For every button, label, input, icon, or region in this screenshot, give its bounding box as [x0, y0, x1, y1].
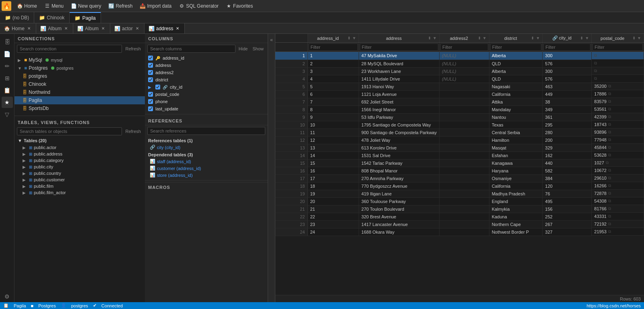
copy-icon[interactable]: ⧉	[594, 61, 597, 66]
tables-search-input[interactable]	[17, 127, 122, 135]
import-data-button[interactable]: 📥 Import data	[136, 2, 175, 10]
new-query-button[interactable]: 📄 New query	[68, 2, 104, 10]
table-row[interactable]: 19 19 419 Iligan Lane Madhya Pradesh 76 …	[275, 190, 644, 197]
sql-generator-button[interactable]: ⚙ SQL Generator	[175, 2, 222, 10]
table-row-city[interactable]: ▶ ⊞ public.city	[14, 164, 145, 170]
dep-store[interactable]: 📊 store (address_id)	[145, 172, 268, 178]
col-checkbox-address[interactable]	[148, 63, 153, 68]
dep-staff[interactable]: 📊 staff (address_id)	[145, 158, 268, 165]
table-row[interactable]: 16 16 808 Bhopal Manor Haryana 582 10672…	[275, 167, 644, 174]
table-row-actor[interactable]: ▶ ⊞ public.actor	[14, 144, 145, 151]
table-row[interactable]: 8 8 1566 Inegl Manor Mandalay 349 53561⧉	[275, 106, 644, 113]
table-row-film-actor[interactable]: ▶ ⊞ public.film_actor	[14, 189, 145, 196]
table-row[interactable]: 15 15 1542 Tarlac Parkway Kanagawa 440 1…	[275, 159, 644, 167]
col-checkbox-address2[interactable]	[148, 70, 153, 75]
table-row[interactable]: 4 4 1411 Lillydale Drive (NULL) QLD 576 …	[275, 75, 644, 83]
copy-icon[interactable]: ⧉	[608, 168, 611, 173]
table-row-category[interactable]: ▶ ⊞ public.category	[14, 157, 145, 164]
filter-address2-icon[interactable]: ▼	[483, 36, 487, 40]
home-button[interactable]: 🏠 Home	[14, 2, 40, 10]
col-checkbox-city-id[interactable]	[155, 85, 160, 89]
close-album2-tab[interactable]: ✕	[100, 26, 106, 31]
table-row[interactable]: 13 13 613 Korolev Drive Masqat 329 45844…	[275, 144, 644, 151]
tree-item-mysql[interactable]: ▶ ■ MySql mysql	[14, 56, 145, 64]
show-columns-button[interactable]: Show	[251, 46, 265, 52]
copy-icon[interactable]: ⧉	[608, 199, 611, 203]
col-checkbox-postal-code[interactable]	[148, 92, 153, 97]
menu-button[interactable]: ☰ Menu	[41, 2, 67, 10]
table-row[interactable]: 14 14 1531 Sal Drive Esfahan 162 53628⧉	[275, 151, 644, 159]
content-tab-actor[interactable]: 📊 actor ✕	[110, 23, 144, 33]
sidebar-doc-icon[interactable]: 📄	[2, 48, 13, 60]
copy-icon[interactable]: ⧉	[608, 145, 611, 150]
copy-icon[interactable]: ⧉	[594, 68, 597, 73]
table-row-address[interactable]: ▶ ⊞ public.address	[14, 151, 145, 157]
table-row-customer[interactable]: ▶ ⊞ public.customer	[14, 176, 145, 183]
references-search-input[interactable]	[147, 127, 265, 135]
close-address-tab[interactable]: ✕	[175, 26, 180, 31]
copy-icon[interactable]: ⧉	[608, 229, 611, 234]
table-row[interactable]: 22 22 320 Brest Avenue Kaduna 252 43331⧉	[275, 213, 644, 220]
close-album1-tab[interactable]: ✕	[63, 26, 69, 31]
filter-city-id-icon[interactable]: ▼	[585, 36, 589, 40]
tree-item-postgres[interactable]: ▼ ■ Postgres postgres	[14, 64, 145, 72]
col-header-city-id[interactable]: 🔗 city_id ⬍ ▼	[543, 34, 592, 43]
db-tab-chinook[interactable]: 📁 Chinook	[34, 12, 70, 23]
copy-icon[interactable]: ⧉	[608, 206, 611, 211]
copy-icon[interactable]: ⧉	[608, 122, 611, 127]
favorites-button[interactable]: ★ Favorites	[223, 2, 256, 10]
col-header-address2[interactable]: address2 ⬍ ▼	[439, 34, 489, 43]
collapse-panel-button[interactable]: «	[268, 34, 275, 302]
copy-icon[interactable]: ⧉	[594, 76, 597, 81]
col-checkbox-phone[interactable]	[148, 99, 153, 104]
table-row[interactable]: 20 20 360 Toulouse Parkway England 495 5…	[275, 197, 644, 205]
tree-item-chinook[interactable]: 🗄 Chinook	[14, 80, 145, 88]
table-row[interactable]: 23 23 1417 Lancaster Avenue Northern Cap…	[275, 220, 644, 228]
copy-icon[interactable]: ⧉	[608, 114, 611, 119]
close-actor-tab[interactable]: ✕	[134, 26, 140, 31]
copy-icon[interactable]: ⧉	[608, 191, 611, 196]
filter-address2-input[interactable]	[440, 44, 488, 51]
tree-item-postgres-db[interactable]: 🗄 postgres	[14, 72, 145, 80]
table-row[interactable]: 2 2 28 MySQL Boulevard (NULL) QLD 576 ⧉	[275, 60, 644, 67]
copy-icon[interactable]: ⧉	[608, 107, 611, 112]
sidebar-star-icon[interactable]: ★	[2, 97, 13, 108]
close-home-tab[interactable]: ✕	[26, 26, 32, 31]
sidebar-edit-icon[interactable]: ✏	[2, 60, 13, 72]
copy-icon[interactable]: ⧉	[608, 176, 611, 180]
col-checkbox-district[interactable]	[148, 77, 153, 82]
table-row[interactable]: 1 1 47 MySakila Drive (NULL) Alberta 300…	[275, 52, 644, 60]
sidebar-file-icon[interactable]: 📋	[2, 85, 13, 96]
hide-columns-button[interactable]: Hide	[237, 46, 250, 52]
tree-item-sportsdb[interactable]: 🗄 SportsDb	[14, 104, 145, 112]
copy-icon[interactable]: ⧉	[608, 222, 611, 226]
table-row[interactable]: 10 10 1795 Santiago de Compostela Way Te…	[275, 121, 644, 129]
copy-icon[interactable]: ⧉	[608, 99, 611, 104]
sidebar-settings-icon[interactable]: ⚙	[2, 291, 13, 302]
sort-address2-icon[interactable]: ⬍	[478, 36, 481, 40]
filter-address-input[interactable]	[360, 44, 438, 51]
sort-city-id-icon[interactable]: ⬍	[580, 36, 583, 40]
copy-icon[interactable]: ⧉	[608, 183, 611, 188]
col-header-postal-code[interactable]: postal_code ⬍ ▼	[592, 34, 644, 43]
col-checkbox-address-id[interactable]	[148, 56, 153, 60]
ref-city[interactable]: 🔗 city (city_id)	[145, 144, 268, 151]
tree-item-northwind[interactable]: 🗄 Northwind	[14, 88, 145, 96]
col-checkbox-last-update[interactable]	[148, 106, 153, 111]
db-tab-nodb[interactable]: 📁 (no DB)	[0, 12, 34, 23]
copy-icon[interactable]: ⧉	[608, 214, 611, 219]
content-tab-album1[interactable]: 📊 Album ✕	[36, 23, 73, 33]
columns-search-input[interactable]	[147, 45, 235, 53]
sidebar-download-icon[interactable]: ▽	[2, 109, 13, 120]
sort-postal-code-icon[interactable]: ⬍	[632, 36, 636, 40]
table-row-country[interactable]: ▶ ⊞ public.country	[14, 170, 145, 176]
copy-icon[interactable]: ⧉	[608, 130, 611, 135]
filter-address-icon[interactable]: ▼	[433, 36, 437, 40]
sort-address-id-icon[interactable]: ⬍	[347, 36, 351, 40]
filter-district-icon[interactable]: ▼	[536, 36, 540, 40]
tables-refresh-button[interactable]: Refresh	[124, 128, 142, 135]
table-row[interactable]: 3 3 23 Workhaven Lane (NULL) Alberta 300…	[275, 67, 644, 75]
content-tab-home[interactable]: 🏠 Home ✕	[0, 23, 36, 33]
content-tab-address[interactable]: 📊 address ✕	[144, 23, 185, 33]
table-row[interactable]: 17 17 270 Amroha Parkway Osmaniye 384 29…	[275, 174, 644, 182]
